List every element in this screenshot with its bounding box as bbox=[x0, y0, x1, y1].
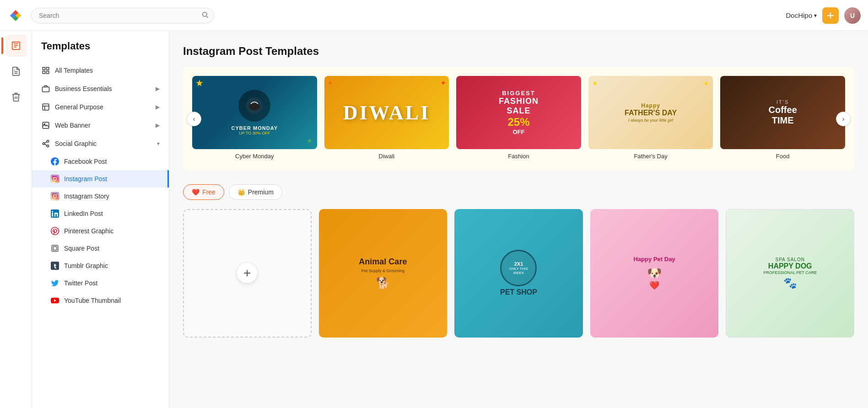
svg-line-17 bbox=[44, 144, 47, 145]
avatar[interactable]: U bbox=[844, 7, 861, 24]
sidebar-item-tumblr-graphic[interactable]: Tumblr Graphic bbox=[32, 257, 169, 274]
crown-emoji: 👑 bbox=[237, 188, 245, 196]
carousel-card-diwali[interactable]: DIWALI ✦ ✦ Diwali bbox=[324, 76, 449, 160]
svg-point-16 bbox=[47, 145, 49, 147]
svg-rect-7 bbox=[47, 67, 49, 70]
youtube-icon bbox=[50, 296, 59, 305]
app-logo[interactable] bbox=[7, 7, 24, 24]
content-area: Instagram Post Templates ‹ CYBER MONDAY … bbox=[169, 31, 868, 408]
chevron-right-icon: ▶ bbox=[156, 86, 160, 92]
tumblr-icon bbox=[50, 261, 59, 270]
svg-rect-6 bbox=[43, 67, 45, 70]
sidebar-item-web-banner[interactable]: Web Banner ▶ bbox=[32, 116, 169, 134]
add-template-card[interactable]: + bbox=[183, 209, 312, 338]
carousel-card-fathers-day[interactable]: Happy FATHER'S DAY I always be your litt… bbox=[588, 76, 713, 160]
sidebar-item-square-post[interactable]: Square Post bbox=[32, 240, 169, 257]
search-input[interactable] bbox=[31, 8, 214, 23]
layout-icon bbox=[41, 102, 50, 112]
svg-point-15 bbox=[43, 143, 45, 145]
add-button[interactable] bbox=[822, 7, 839, 24]
icon-sidebar bbox=[0, 31, 32, 408]
search-wrapper bbox=[31, 8, 214, 23]
svg-line-18 bbox=[44, 142, 47, 143]
svg-point-22 bbox=[57, 177, 58, 177]
page-title: Instagram Post Templates bbox=[183, 45, 854, 58]
svg-rect-29 bbox=[52, 245, 58, 252]
image-icon bbox=[41, 121, 50, 130]
carousel-card-fashion[interactable]: BIGGEST FASHION SALE 25% OFF Fashion bbox=[456, 76, 581, 160]
svg-point-26 bbox=[57, 194, 58, 195]
template-card-happy-dog[interactable]: SPA SALON HAPPY DOG PROFESSIONAL PET CAR… bbox=[726, 209, 854, 338]
brand-name[interactable]: DocHipo ▾ bbox=[786, 11, 817, 19]
twitter-icon bbox=[50, 279, 59, 288]
template-card-happy-pet[interactable]: Happy Pet Day 🐶 ❤️ bbox=[590, 209, 719, 338]
filter-free-button[interactable]: ❤️ Free bbox=[183, 184, 224, 200]
sidebar-item-social-graphic[interactable]: Social Graphic ▾ bbox=[32, 134, 169, 153]
svg-rect-19 bbox=[51, 175, 59, 183]
sidebar-item-instagram-post[interactable]: Instagram Post bbox=[32, 170, 169, 188]
main-area: Templates All Templates Business Essenti… bbox=[0, 31, 868, 408]
filter-premium-button[interactable]: 👑 Premium bbox=[229, 184, 282, 200]
share-icon bbox=[41, 139, 50, 148]
instagram-icon bbox=[50, 174, 59, 183]
svg-point-32 bbox=[249, 103, 260, 110]
sidebar-item-linkedin-post[interactable]: LinkedIn Post bbox=[32, 205, 169, 222]
template-grid: + Animal Care Pet Supply & Grooming 🐕 2X… bbox=[183, 209, 854, 338]
sidebar-item-twitter-post[interactable]: Twitter Post bbox=[32, 274, 169, 292]
chevron-right-icon: ▶ bbox=[156, 122, 160, 129]
carousel-card-food[interactable]: IT'S Coffee TIME Food bbox=[720, 76, 845, 160]
carousel-next-button[interactable]: › bbox=[836, 112, 851, 126]
facebook-icon bbox=[50, 157, 59, 166]
svg-rect-9 bbox=[47, 71, 49, 74]
topbar: DocHipo ▾ U bbox=[0, 0, 868, 31]
chevron-down-icon: ▾ bbox=[814, 12, 817, 19]
svg-point-14 bbox=[47, 140, 49, 143]
svg-line-2 bbox=[206, 16, 208, 18]
svg-point-1 bbox=[203, 12, 207, 16]
heart-emoji: ❤️ bbox=[192, 188, 199, 196]
chevron-right-icon: ▶ bbox=[156, 104, 160, 110]
svg-rect-23 bbox=[51, 192, 59, 200]
chevron-down-icon: ▾ bbox=[157, 140, 160, 147]
sidebar-item-all-templates[interactable]: All Templates bbox=[32, 61, 169, 80]
svg-point-13 bbox=[44, 123, 45, 124]
add-circle-icon: + bbox=[237, 263, 257, 283]
svg-rect-10 bbox=[43, 87, 49, 92]
sidebar-icon-trash[interactable] bbox=[5, 86, 27, 108]
nav-title: Templates bbox=[32, 40, 169, 61]
sidebar-item-instagram-story[interactable]: Instagram Story bbox=[32, 188, 169, 205]
svg-rect-8 bbox=[43, 71, 45, 74]
square-icon bbox=[50, 244, 59, 253]
grid-icon bbox=[41, 66, 50, 75]
briefcase-icon bbox=[41, 84, 50, 93]
search-icon bbox=[201, 11, 209, 20]
carousel-card-cyber-monday[interactable]: CYBER MONDAY UP TO 30% OFF Cyber Monday bbox=[192, 76, 317, 160]
sidebar-item-pinterest-graphic[interactable]: Pinterest Graphic bbox=[32, 222, 169, 240]
template-card-animal-care[interactable]: Animal Care Pet Supply & Grooming 🐕 bbox=[319, 209, 447, 338]
filter-row: ❤️ Free 👑 Premium bbox=[183, 184, 854, 200]
svg-rect-11 bbox=[43, 104, 49, 110]
carousel-prev-button[interactable]: ‹ bbox=[187, 112, 201, 126]
carousel-inner: CYBER MONDAY UP TO 30% OFF Cyber Monday … bbox=[192, 76, 845, 160]
linkedin-icon bbox=[50, 209, 59, 218]
template-card-pet-shop[interactable]: 2X1 ONLY THIS WEEK PET SHOP bbox=[454, 209, 583, 338]
carousel-section: ‹ CYBER MONDAY UP TO 30% OFF bbox=[183, 67, 854, 171]
pinterest-icon bbox=[50, 226, 59, 236]
nav-sidebar: Templates All Templates Business Essenti… bbox=[32, 31, 169, 408]
sidebar-icon-document[interactable] bbox=[5, 35, 27, 57]
sidebar-item-business-essentials[interactable]: Business Essentials ▶ bbox=[32, 80, 169, 98]
sidebar-item-facebook-post[interactable]: Facebook Post bbox=[32, 153, 169, 170]
sidebar-item-youtube-thumbnail[interactable]: YouTube Thumbnail bbox=[32, 292, 169, 309]
sidebar-icon-page[interactable] bbox=[5, 60, 27, 82]
instagram-story-icon bbox=[50, 192, 59, 201]
topbar-right: DocHipo ▾ U bbox=[786, 7, 861, 24]
sidebar-item-general-purpose[interactable]: General Purpose ▶ bbox=[32, 98, 169, 116]
